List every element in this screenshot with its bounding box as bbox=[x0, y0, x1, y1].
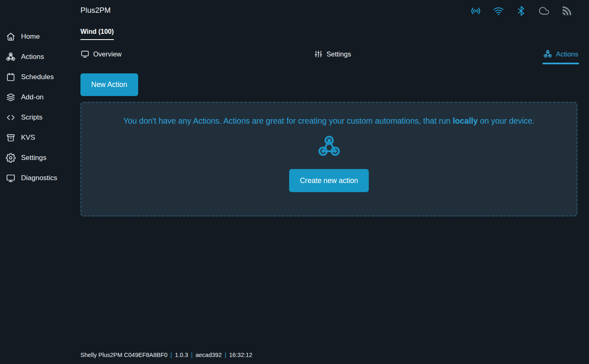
calendar-icon bbox=[6, 72, 16, 82]
tab-actions[interactable]: Actions bbox=[543, 49, 578, 59]
sidebar: Home Actions Schedules Ad bbox=[0, 26, 80, 188]
sidebar-item-label: Diagnostics bbox=[21, 174, 57, 182]
sidebar-item-label: Actions bbox=[21, 53, 44, 61]
sidebar-item-scripts[interactable]: Scripts bbox=[0, 107, 80, 127]
mqtt-icon[interactable] bbox=[561, 5, 572, 16]
sidebar-item-diagnostics[interactable]: Diagnostics bbox=[0, 168, 80, 188]
empty-state-message: You don't have any Actions. Actions are … bbox=[123, 116, 535, 126]
empty-state-message-bold: locally bbox=[453, 116, 478, 125]
webhook-icon bbox=[543, 49, 552, 59]
cloud-icon[interactable] bbox=[538, 5, 549, 16]
monitor-icon bbox=[6, 173, 16, 183]
status-icon-bar bbox=[470, 5, 572, 16]
code-icon bbox=[6, 113, 16, 122]
access-point-icon[interactable] bbox=[470, 5, 481, 16]
sidebar-item-settings[interactable]: Settings bbox=[0, 148, 80, 168]
home-icon bbox=[6, 32, 16, 42]
create-new-action-button[interactable]: Create new action bbox=[289, 169, 369, 192]
sidebar-item-label: Add-on bbox=[21, 93, 44, 101]
footer-separator: | bbox=[170, 352, 172, 358]
main-content: Wind (100) Overview Settings bbox=[80, 23, 578, 216]
webhook-icon bbox=[317, 134, 341, 158]
actions-empty-state-panel: You don't have any Actions. Actions are … bbox=[80, 102, 577, 216]
sidebar-item-label: Home bbox=[21, 33, 40, 41]
tab-label: Settings bbox=[327, 50, 351, 58]
channel-tab-wind[interactable]: Wind (100) bbox=[80, 28, 114, 40]
sidebar-item-home[interactable]: Home bbox=[0, 26, 80, 47]
sidebar-item-addon[interactable]: Add-on bbox=[0, 87, 80, 107]
sidebar-item-label: KVS bbox=[21, 134, 35, 142]
sidebar-item-actions[interactable]: Actions bbox=[0, 47, 80, 67]
sidebar-item-kvs[interactable]: KVS bbox=[0, 127, 80, 148]
sidebar-item-label: Schedules bbox=[21, 73, 54, 81]
layers-icon bbox=[6, 92, 16, 102]
tab-label: Actions bbox=[556, 50, 578, 58]
footer-separator: | bbox=[225, 352, 226, 358]
wifi-icon[interactable] bbox=[493, 5, 504, 16]
tab-label: Overview bbox=[93, 50, 122, 58]
footer-firmware-version: 1.0.3 bbox=[175, 352, 188, 358]
active-tab-underline bbox=[542, 63, 579, 64]
sidebar-item-schedules[interactable]: Schedules bbox=[0, 67, 80, 87]
tab-overview[interactable]: Overview bbox=[80, 49, 122, 59]
monitor-icon bbox=[80, 49, 90, 59]
footer-separator: | bbox=[191, 352, 193, 358]
device-info-footer: Shelly Plus2PM C049EF8A8BF0|1.0.3|aecad3… bbox=[80, 352, 252, 358]
topbar: Plus2PM bbox=[0, 0, 589, 23]
footer-device-time: 16:32:12 bbox=[229, 352, 252, 358]
footer-build-id: aecad392 bbox=[196, 352, 222, 358]
tab-settings[interactable]: Settings bbox=[314, 49, 351, 59]
device-title: Plus2PM bbox=[80, 6, 111, 15]
sliders-icon bbox=[314, 49, 323, 59]
sidebar-item-label: Scripts bbox=[21, 113, 42, 122]
tab-bar: Overview Settings bbox=[80, 49, 578, 59]
sidebar-item-label: Settings bbox=[21, 154, 46, 162]
archive-icon bbox=[6, 133, 16, 143]
gear-icon bbox=[6, 153, 16, 163]
bluetooth-icon[interactable] bbox=[516, 5, 527, 16]
actions-icon bbox=[6, 52, 16, 62]
footer-device-name: Shelly Plus2PM C049EF8A8BF0 bbox=[80, 352, 167, 358]
new-action-button[interactable]: New Action bbox=[80, 73, 138, 96]
